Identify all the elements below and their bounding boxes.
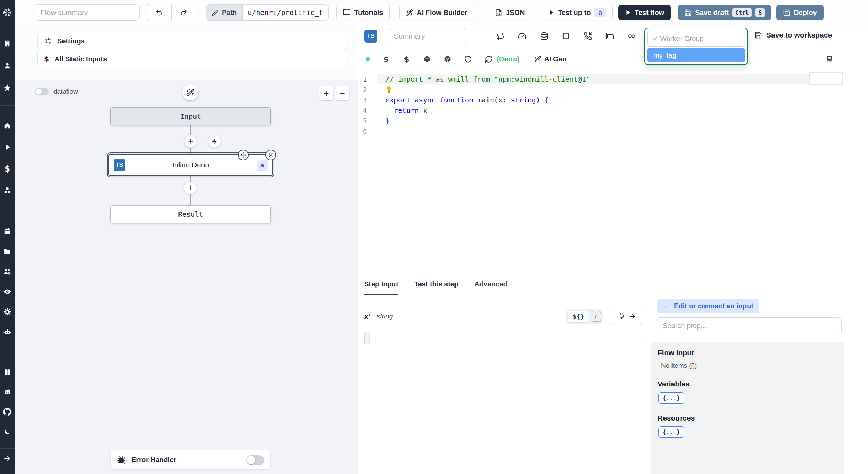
add-variable-dollar-icon[interactable]: $ bbox=[382, 55, 391, 64]
dataflow-toggle[interactable] bbox=[35, 88, 49, 95]
tutorials-button[interactable]: Tutorials bbox=[336, 5, 390, 20]
variables-chip[interactable]: {...} bbox=[658, 392, 684, 404]
resources-title: Resources bbox=[658, 414, 844, 422]
add-step-button[interactable] bbox=[184, 135, 197, 148]
retry-repeat-icon[interactable] bbox=[496, 32, 504, 40]
code-line[interactable]: 2 bbox=[358, 84, 868, 95]
workspace-building-icon[interactable] bbox=[0, 36, 14, 50]
file-json-icon bbox=[495, 9, 502, 16]
function-mode-button[interactable]: ƒ bbox=[591, 311, 601, 322]
ai-gen-button[interactable]: AI Gen bbox=[534, 55, 567, 63]
deploy-button[interactable]: Deploy bbox=[776, 5, 824, 20]
docs-book-icon[interactable] bbox=[0, 365, 14, 379]
redo-button[interactable] bbox=[171, 4, 196, 21]
code-editor[interactable]: 1// import * as wmill from "npm:windmill… bbox=[358, 71, 868, 275]
test-flow-button[interactable]: Test flow bbox=[618, 5, 671, 20]
runs-play-icon[interactable] bbox=[0, 140, 14, 154]
code-line[interactable]: 3export async function main(x: string) { bbox=[358, 95, 868, 105]
save-draft-button[interactable]: Save draft Ctrl S bbox=[678, 5, 771, 20]
folders-icon[interactable] bbox=[0, 244, 14, 258]
expand-sidebar-arrow-icon[interactable] bbox=[0, 451, 14, 465]
edit-or-connect-label: Edit or connect an input bbox=[674, 302, 753, 310]
move-step-button[interactable] bbox=[238, 150, 249, 160]
zoom-in-button[interactable]: + bbox=[319, 86, 333, 100]
path-input[interactable] bbox=[243, 4, 329, 21]
home-icon[interactable] bbox=[0, 119, 14, 133]
workers-robot-icon[interactable] bbox=[0, 325, 14, 339]
error-handler-toggle[interactable] bbox=[246, 455, 264, 465]
step-node-inline-deno[interactable]: TS Inline Deno a bbox=[108, 154, 273, 176]
ai-flow-builder-label: AI Flow Builder bbox=[417, 9, 467, 17]
workspace-settings-gear-icon[interactable] bbox=[0, 305, 14, 319]
undo-button[interactable] bbox=[147, 4, 172, 21]
sleep-bed-icon[interactable] bbox=[606, 32, 614, 40]
tab-advanced[interactable]: Advanced bbox=[474, 280, 508, 295]
github-icon[interactable] bbox=[0, 405, 14, 419]
flow-settings-button[interactable]: Settings bbox=[37, 32, 347, 50]
json-button[interactable]: JSON bbox=[489, 5, 531, 20]
resources-boxes-icon[interactable] bbox=[0, 183, 14, 197]
dark-mode-moon-icon[interactable] bbox=[0, 425, 14, 439]
tab-step-input[interactable]: Step Input bbox=[364, 280, 398, 295]
delete-step-button[interactable] bbox=[265, 150, 276, 160]
timeout-gauge-icon[interactable] bbox=[518, 32, 526, 40]
result-node[interactable]: Result bbox=[110, 205, 271, 223]
code-line[interactable]: 5} bbox=[358, 116, 868, 126]
flow-graph[interactable]: dataflow + − Input TS Inline Deno a bbox=[15, 80, 358, 474]
code-line[interactable]: 1// import * as wmill from "npm:windmill… bbox=[358, 74, 868, 84]
schedules-calendar-icon[interactable] bbox=[0, 224, 14, 238]
package-box-icon[interactable] bbox=[423, 55, 432, 64]
lightbulb-hint-icon[interactable] bbox=[385, 86, 392, 93]
audit-logs-eye-icon[interactable] bbox=[0, 285, 14, 299]
tab-test-this-step[interactable]: Test this step bbox=[414, 280, 458, 295]
cache-database-icon[interactable] bbox=[540, 32, 548, 40]
ai-flow-builder-button[interactable]: AI Flow Builder bbox=[399, 5, 474, 20]
windmill-logo[interactable] bbox=[2, 0, 13, 25]
template-mode-button[interactable]: ${} bbox=[568, 311, 589, 322]
add-resource-dollar-icon[interactable]: $ bbox=[402, 55, 411, 64]
resources-chip[interactable]: {...} bbox=[658, 426, 684, 438]
add-trigger-button[interactable] bbox=[208, 135, 221, 148]
edit-or-connect-button[interactable]: ← Edit or connect an input bbox=[657, 299, 759, 313]
error-handler-card[interactable]: Error Handler bbox=[110, 450, 271, 470]
variables-dollar-icon[interactable]: $ bbox=[0, 162, 14, 176]
user-icon[interactable] bbox=[0, 59, 14, 73]
step-summary-input[interactable] bbox=[389, 28, 466, 44]
reload-language-icon[interactable] bbox=[484, 55, 493, 64]
discord-icon[interactable] bbox=[0, 385, 14, 399]
path-group: Path bbox=[206, 4, 329, 21]
worker-group-option[interactable]: my_tag bbox=[647, 48, 745, 62]
deploy-label: Deploy bbox=[794, 9, 817, 17]
package-box-icon[interactable] bbox=[443, 55, 452, 64]
lsp-status-dot bbox=[366, 57, 370, 61]
test-up-to-step-badge: a bbox=[594, 8, 606, 17]
code-line[interactable]: 4 return x bbox=[358, 105, 868, 116]
early-stop-square-icon[interactable] bbox=[562, 32, 570, 40]
test-up-to-button[interactable]: Test up to a bbox=[542, 5, 613, 20]
worker-group-select[interactable]: ✓ Worker Group bbox=[647, 31, 745, 47]
suspend-phone-icon[interactable] bbox=[584, 32, 592, 40]
input-node[interactable]: Input bbox=[110, 107, 271, 125]
save-to-workspace-button[interactable]: Save to workspace bbox=[754, 31, 832, 39]
language-label[interactable]: (Deno) bbox=[496, 55, 520, 63]
groups-icon[interactable] bbox=[0, 265, 14, 278]
worker-group-dropdown: ✓ Worker Group my_tag bbox=[644, 28, 748, 65]
connect-input-plug-button[interactable] bbox=[612, 308, 642, 325]
editor-scrollbar-track[interactable] bbox=[833, 84, 833, 272]
argument-editor-gutter bbox=[365, 332, 370, 344]
favorites-star-icon[interactable] bbox=[0, 81, 14, 95]
search-prop-input[interactable] bbox=[657, 317, 842, 334]
add-step-button[interactable] bbox=[184, 182, 197, 194]
concurrency-icon[interactable] bbox=[627, 32, 636, 40]
library-book-icon[interactable] bbox=[826, 55, 833, 64]
dollar-glyph: $ bbox=[5, 164, 10, 173]
edit-path-button[interactable]: Path bbox=[206, 4, 243, 21]
argument-value-input[interactable] bbox=[370, 332, 642, 344]
zoom-out-button[interactable]: − bbox=[335, 86, 349, 100]
ai-builder-wand-button[interactable] bbox=[182, 84, 198, 100]
reset-rotate-ccw-icon[interactable] bbox=[464, 55, 473, 64]
code-line[interactable]: 6 bbox=[358, 126, 868, 136]
path-label: Path bbox=[222, 9, 237, 17]
flow-summary-input[interactable] bbox=[35, 4, 140, 21]
all-static-inputs-button[interactable]: $ All Static Inputs bbox=[37, 50, 347, 68]
